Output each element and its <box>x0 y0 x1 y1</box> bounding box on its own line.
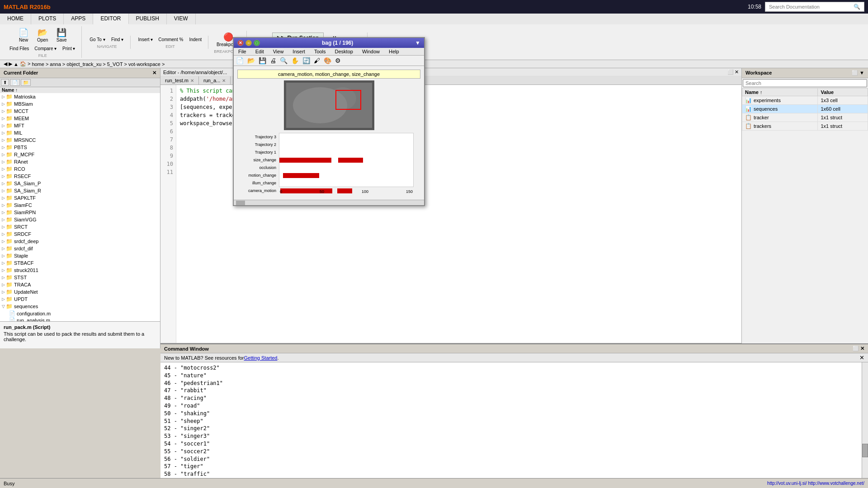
workspace-search-input[interactable] <box>743 79 867 87</box>
getting-started-link[interactable]: Getting Started <box>244 355 277 361</box>
path-5vot[interactable]: 5_VOT <box>107 61 123 67</box>
popup-rotate-btn[interactable]: 🔄 <box>301 56 311 65</box>
list-item[interactable]: ▷📁SiamVGG <box>0 216 160 223</box>
popup-hscroll-thumb[interactable] <box>236 201 245 205</box>
list-item[interactable]: ▷📁RCO <box>0 165 160 173</box>
popup-open-btn[interactable]: 📂 <box>246 56 256 65</box>
cmd-vscroll-thumb[interactable] <box>862 444 868 457</box>
popup-brush-btn[interactable]: 🖌 <box>312 56 321 65</box>
popup-color-btn[interactable]: 🎨 <box>322 56 333 65</box>
list-item[interactable]: ▷📁srdcf_deep <box>0 238 160 245</box>
tab-apps[interactable]: APPS <box>64 14 93 24</box>
list-item[interactable]: ▷📁SiamFC <box>0 202 160 209</box>
cmd-expand-btn[interactable]: ⬜ <box>853 346 859 352</box>
path-nav-forward[interactable]: ▶ <box>9 61 12 67</box>
cmd-vscroll[interactable] <box>862 362 868 483</box>
popup-min-btn[interactable]: − <box>245 40 252 46</box>
popup-hscroll[interactable] <box>234 200 424 205</box>
table-row[interactable]: 📊sequences 1x60 cell <box>742 105 868 113</box>
search-documentation-input[interactable] <box>769 4 850 9</box>
tab-editor[interactable]: EDITOR <box>93 14 128 24</box>
open-button[interactable]: 📂Open <box>33 26 52 44</box>
list-item-sequences[interactable]: ▽📁sequences <box>0 303 160 310</box>
table-row[interactable]: 📋tracker 1x1 struct <box>742 113 868 122</box>
list-item[interactable]: ▷📁struck2011 <box>0 267 160 274</box>
tab-plots[interactable]: PLOTS <box>31 14 64 24</box>
list-item[interactable]: ▷📁UPDT <box>0 296 160 303</box>
popup-menu-help[interactable]: Help <box>384 48 404 55</box>
popup-zoom-btn[interactable]: 🔍 <box>278 56 289 65</box>
popup-save-btn[interactable]: 💾 <box>257 56 268 65</box>
path-nav-up[interactable]: ▲ <box>14 61 19 67</box>
list-item[interactable]: ▷📁STST <box>0 274 160 281</box>
popup-print-btn[interactable]: 🖨 <box>269 56 278 65</box>
search-documentation-box[interactable]: 🔍 <box>765 2 864 12</box>
find-button[interactable]: Find ▾ <box>108 36 127 43</box>
save-button[interactable]: 💾Save <box>52 26 71 44</box>
sidebar-close[interactable]: ✕ <box>152 70 156 76</box>
find-files-button[interactable]: Find Files <box>7 45 31 52</box>
popup-max-btn[interactable]: □ <box>254 40 260 46</box>
list-item[interactable]: ▷📁PBTS <box>0 144 160 151</box>
list-item[interactable]: ▷📁Matrioska <box>0 93 160 100</box>
list-item[interactable]: ▷📁MEEM <box>0 115 160 122</box>
popup-pan-btn[interactable]: ✋ <box>290 56 300 65</box>
indent-button[interactable]: Indent <box>186 36 204 43</box>
tab-view[interactable]: VIEW <box>167 14 196 24</box>
popup-menu-file[interactable]: File <box>234 48 251 55</box>
list-item[interactable]: ▷📁MFT <box>0 122 160 129</box>
list-item[interactable]: 📄configuration.m <box>0 310 160 317</box>
popup-menu-insert[interactable]: Insert <box>288 48 310 55</box>
list-item[interactable]: ▷📁MBSiam <box>0 100 160 108</box>
tab-run-test[interactable]: run_test.m ✕ <box>160 76 199 84</box>
popup-menu-window[interactable]: Window <box>358 48 384 55</box>
print-button[interactable]: Print ▾ <box>60 45 78 52</box>
list-item[interactable]: ▷📁SAPKLTF <box>0 194 160 202</box>
editor-collapse-btn[interactable]: ⬜ <box>727 69 734 75</box>
popup-new-btn[interactable]: 📄 <box>235 56 245 65</box>
list-item[interactable]: ▷📁SiamRPN <box>0 209 160 216</box>
list-item-staple[interactable]: ▷📁Staple <box>0 252 160 259</box>
insert-button[interactable]: Insert ▾ <box>136 36 156 43</box>
popup-menu-desktop[interactable]: Desktop <box>330 48 358 55</box>
cmd-notice-close[interactable]: ✕ <box>859 354 864 361</box>
list-item[interactable]: ▷📁UpdateNet <box>0 288 160 296</box>
tab-home[interactable]: HOME <box>0 14 31 24</box>
list-item[interactable]: ▷📁SA_Siam_P <box>0 180 160 187</box>
tab-close-run-a[interactable]: ✕ <box>222 78 226 83</box>
list-item[interactable]: 📄run_analysis.m <box>0 317 160 321</box>
cmd-close-btn[interactable]: ✕ <box>860 346 864 352</box>
popup-menu-view[interactable]: View <box>269 48 288 55</box>
cmd-content[interactable]: 44 - "motocross2" 45 - "nature" 46 - "pe… <box>160 362 862 483</box>
editor-close-btn[interactable]: ✕ <box>735 69 739 75</box>
path-obj[interactable]: object_track_xu <box>66 61 101 67</box>
tab-close-run-test[interactable]: ✕ <box>190 78 194 83</box>
path-anna[interactable]: anna <box>50 61 61 67</box>
list-item[interactable]: ▷📁SRCT <box>0 223 160 230</box>
goto-button[interactable]: Go To ▾ <box>87 36 107 43</box>
sidebar-btn-1[interactable]: ⬆ <box>1 79 9 86</box>
search-icon[interactable]: 🔍 <box>854 4 860 10</box>
list-item[interactable]: ▷📁SRDCF <box>0 230 160 238</box>
popup-menu-tools[interactable]: Tools <box>310 48 330 55</box>
tab-publish[interactable]: PUBLISH <box>129 14 167 24</box>
list-item[interactable]: ▷📁MCCT <box>0 108 160 115</box>
popup-settings-btn[interactable]: ▼ <box>415 40 420 46</box>
workspace-expand-btn[interactable]: ⬜ <box>852 70 858 76</box>
path-vot[interactable]: vot-workspace <box>128 61 160 67</box>
list-item[interactable]: ▷📁TRACA <box>0 281 160 288</box>
list-item[interactable]: ▷📁RSECF <box>0 173 160 180</box>
compare-button[interactable]: Compare ▾ <box>32 45 59 52</box>
popup-menu-edit[interactable]: Edit <box>251 48 269 55</box>
list-item[interactable]: ▷📁SA_Siam_R <box>0 187 160 194</box>
list-item[interactable]: ▷📁RAnet <box>0 158 160 165</box>
tab-run-a[interactable]: run_a... ✕ <box>199 76 231 84</box>
table-row[interactable]: 📊experiments 1x3 cell <box>742 96 868 105</box>
comment-button[interactable]: Comment % <box>156 36 185 43</box>
popup-settings-icon[interactable]: ⚙ <box>334 56 342 65</box>
list-item[interactable]: ▷📁MIL <box>0 129 160 136</box>
table-row[interactable]: 📋trackers 1x1 struct <box>742 122 868 131</box>
list-item[interactable]: ▷📁srdcf_dif <box>0 245 160 252</box>
path-home[interactable]: home <box>32 61 44 67</box>
list-item[interactable]: ▷📁R_MCPF <box>0 151 160 158</box>
